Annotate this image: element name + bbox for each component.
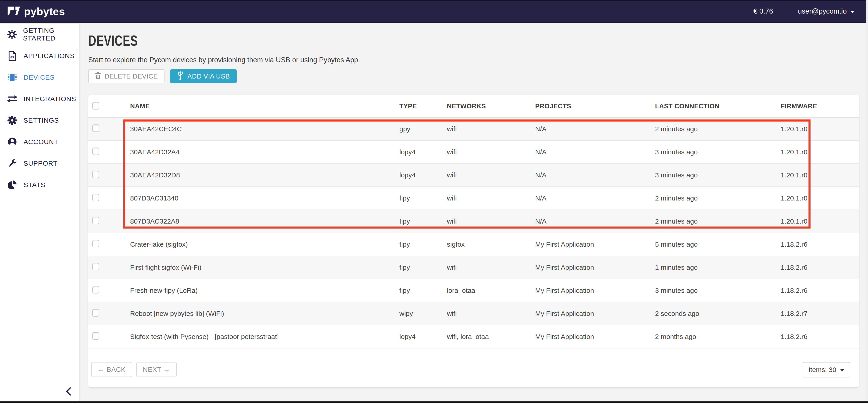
select-all-checkbox[interactable]	[92, 102, 99, 110]
column-header-networks[interactable]: NETWORKS	[447, 102, 535, 110]
cell-name: 30AEA42D32A4	[130, 148, 399, 156]
sidebar-item-label: ACCOUNT	[24, 138, 58, 146]
pagination-bar: ← BACK NEXT → Items: 30	[88, 348, 859, 388]
cell-type: fipy	[399, 194, 447, 202]
table-row[interactable]: First flight sigfox (Wi-Fi) fipy wifi My…	[88, 256, 859, 279]
cell-networks: wifi	[447, 194, 535, 202]
cell-projects: N/A	[535, 171, 655, 179]
table-row[interactable]: 30AEA42D32D8 lopy4 wifi N/A 3 minutes ag…	[88, 164, 859, 187]
top-navigation-bar: pybytes € 0.76 user@pycom.io	[0, 0, 868, 23]
cell-type: lopy4	[399, 333, 447, 341]
cell-firmware: 1.20.1.r0	[781, 217, 859, 225]
sidebar-item-account[interactable]: ACCOUNT	[0, 131, 79, 153]
cell-firmware: 1.20.1.r0	[781, 125, 859, 133]
sidebar-item-applications[interactable]: </> APPLICATIONS	[0, 45, 79, 66]
back-button[interactable]: ← BACK	[91, 362, 132, 377]
table-row[interactable]: Fresh-new-fipy (LoRa) fipy lora_otaa My …	[88, 279, 859, 302]
row-checkbox[interactable]	[92, 240, 99, 247]
row-checkbox[interactable]	[92, 309, 99, 316]
table-row[interactable]: 30AEA42CEC4C gpy wifi N/A 2 minutes ago …	[88, 118, 859, 141]
table-row[interactable]: Crater-lake (sigfox) fipy sigfox My Firs…	[88, 233, 859, 256]
chevron-left-icon	[65, 387, 72, 396]
pybytes-logo-icon	[7, 6, 20, 17]
sun-icon	[7, 29, 17, 40]
items-per-page-dropdown[interactable]: Items: 30	[803, 362, 850, 377]
sidebar-item-devices[interactable]: DEVICES	[0, 66, 79, 88]
cell-projects: N/A	[535, 194, 655, 202]
sidebar-item-label: GETTING STARTED	[23, 27, 79, 42]
cell-last-connection: 3 minutes ago	[655, 148, 781, 156]
page-title: DEVICES	[88, 33, 674, 49]
sidebar-item-integrations[interactable]: INTEGRATIONS	[0, 88, 79, 110]
add-via-usb-button[interactable]: ADD VIA USB	[170, 69, 237, 83]
cell-name: 30AEA42CEC4C	[130, 125, 399, 133]
row-checkbox[interactable]	[92, 170, 99, 178]
cell-type: lopy4	[399, 148, 447, 156]
cell-last-connection: 2 seconds ago	[655, 310, 781, 317]
column-header-name[interactable]: NAME	[130, 102, 399, 110]
cell-name: 807D3AC31340	[130, 194, 399, 202]
cell-type: gpy	[399, 125, 447, 133]
usb-icon	[177, 71, 184, 82]
column-header-projects[interactable]: PROJECTS	[535, 102, 655, 110]
row-checkbox[interactable]	[92, 332, 99, 340]
sidebar-item-support[interactable]: SUPPORT	[0, 153, 79, 174]
row-checkbox[interactable]	[92, 263, 99, 270]
cell-name: 30AEA42D32D8	[130, 171, 399, 179]
cell-type: fipy	[399, 264, 447, 271]
cell-firmware: 1.18.2.r7	[781, 310, 859, 317]
action-buttons: DELETE DEVICE ADD VIA USB	[88, 69, 859, 83]
cell-projects: N/A	[535, 148, 655, 156]
sidebar-collapse-button[interactable]	[63, 386, 74, 397]
page-subtitle: Start to explore the Pycom devices by pr…	[88, 56, 859, 64]
scrollbar-track[interactable]	[866, 0, 868, 403]
sidebar-item-label: APPLICATIONS	[24, 52, 75, 60]
user-menu[interactable]: user@pycom.io	[798, 7, 855, 16]
cell-name: First flight sigfox (Wi-Fi)	[130, 264, 399, 271]
cell-firmware: 1.18.2.r6	[781, 241, 859, 248]
row-checkbox[interactable]	[92, 148, 99, 155]
delete-device-button[interactable]: DELETE DEVICE	[88, 69, 164, 83]
row-checkbox[interactable]	[92, 217, 99, 224]
trash-icon	[95, 72, 101, 81]
brand-logo[interactable]: pybytes	[7, 5, 65, 18]
sidebar-item-label: SUPPORT	[24, 159, 58, 167]
cell-type: lopy4	[399, 171, 447, 179]
cell-last-connection: 3 minutes ago	[655, 287, 781, 294]
column-header-type[interactable]: TYPE	[399, 102, 447, 110]
row-checkbox[interactable]	[92, 124, 99, 132]
devices-table-card: NAME TYPE NETWORKS PROJECTS LAST CONNECT…	[88, 95, 859, 388]
sidebar-item-settings[interactable]: SETTINGS	[0, 110, 79, 131]
cell-last-connection: 2 minutes ago	[655, 125, 781, 133]
cell-firmware: 1.18.2.r6	[781, 264, 859, 271]
person-icon	[7, 136, 18, 147]
sidebar-item-label: SETTINGS	[24, 117, 59, 124]
brand-name: pybytes	[24, 5, 65, 18]
window-bottom-edge	[0, 401, 868, 403]
cell-networks: wifi	[447, 171, 535, 179]
row-checkbox[interactable]	[92, 194, 99, 201]
cell-last-connection: 2 months ago	[655, 333, 781, 341]
cell-networks: wifi	[447, 310, 535, 317]
table-row[interactable]: Reboot [new pybytes lib] (WiFi) wipy wif…	[88, 302, 859, 326]
column-header-firmware[interactable]: FIRMWARE	[781, 102, 859, 110]
table-row[interactable]: 30AEA42D32A4 lopy4 wifi N/A 3 minutes ag…	[88, 141, 859, 164]
table-row[interactable]: Sigfox-test (with Pysense) - [pastoor pe…	[88, 326, 859, 348]
sidebar-item-stats[interactable]: STATS	[0, 174, 79, 195]
sidebar-item-label: STATS	[24, 181, 45, 189]
cell-networks: sigfox	[447, 241, 535, 248]
next-button[interactable]: NEXT →	[136, 362, 177, 377]
table-row[interactable]: 807D3AC322A8 fipy wifi N/A 2 minutes ago…	[88, 210, 859, 233]
column-header-last-connection[interactable]: LAST CONNECTION	[655, 102, 781, 110]
sidebar-item-getting-started[interactable]: GETTING STARTED	[0, 24, 79, 45]
wrench-icon	[7, 158, 18, 169]
cell-last-connection: 5 minutes ago	[655, 241, 781, 248]
sidebar-item-label: DEVICES	[24, 73, 55, 81]
chip-icon	[7, 72, 18, 83]
row-checkbox[interactable]	[92, 286, 99, 293]
cell-projects: My First Application	[535, 310, 655, 317]
cell-firmware: 1.20.1.r0	[781, 148, 859, 156]
cell-firmware: 1.18.2.r6	[781, 333, 859, 341]
cell-last-connection: 2 minutes ago	[655, 217, 781, 225]
table-row[interactable]: 807D3AC31340 fipy wifi N/A 2 minutes ago…	[88, 187, 859, 210]
